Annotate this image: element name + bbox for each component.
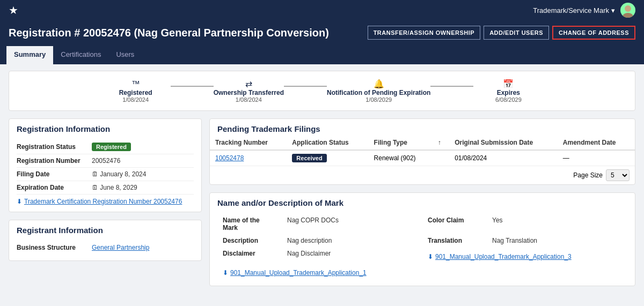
registered-label: Registered [119,89,152,96]
registrant-info-body: Business Structure General Partnership [9,237,201,260]
trademark-label-text: Trademark/Service Mark [533,6,609,14]
page-size-label: Page Size [573,171,603,179]
expires-date: 6/08/2029 [495,96,522,103]
page-size-select[interactable]: 5 10 25 [606,169,630,181]
status-badge: Registered [92,143,131,151]
download-row: ⬇ 901_Manual_Upload_Trademark_Applicatio… [217,263,627,279]
pending-filings-panel: Pending Trademark Filings Tracking Numbe… [209,118,635,185]
top-nav: ★ Trademark/Service Mark ▾ [0,0,644,20]
translation-value: Nag Translation [487,234,627,247]
add-edit-users-button[interactable]: ADD/EDIT USERS [484,26,549,40]
mark-name-row: Name of the Mark Nag COPR DOCs Color Cla… [217,214,627,234]
timeline-step-ownership: ⇄ Ownership Transferred 1/08/2024 [214,79,284,103]
download-icon-1: ⬇ [428,253,433,260]
mark-name-value: Nag COPR DOCs [282,214,422,234]
cell-arrow [433,150,450,166]
received-badge: Received [292,154,326,162]
business-structure-row: Business Structure General Partnership [17,241,194,254]
business-structure-value[interactable]: General Partnership [92,244,149,251]
expiration-date-label: Expiration Date [17,184,92,191]
disclaimer-row: Disclaimer Nag Disclaimer ⬇ 901_Manual_U… [217,247,627,263]
trademark-service-mark-label[interactable]: Trademark/Service Mark ▾ [533,6,615,14]
star-icon: ★ [9,4,18,17]
pending-filings-table-wrapper: Tracking Number Application Status Filin… [210,136,635,184]
page-title: Registration # 20052476 (Nag General Par… [9,27,329,39]
timeline-step-notification: 🔔 Notification of Pending Expiration 1/0… [327,79,430,103]
tab-summary[interactable]: Summary [6,46,53,64]
status-timeline: ™ Registered 1/08/2024 ⇄ Ownership Trans… [9,71,635,111]
color-claim-value: Yes [487,214,627,234]
cell-amendment-date: — [558,150,635,166]
timeline-line-3 [430,86,473,87]
top-nav-right: Trademark/Service Mark ▾ [533,3,635,18]
tab-bar: Summary Certifications Users [0,46,644,64]
svg-point-0 [625,5,631,12]
reg-number-label: Registration Number [17,157,92,165]
expiration-date-value: 🗓 June 8, 2029 [92,184,137,191]
registrant-info-panel: Registrant Information Business Structur… [9,220,202,261]
page-size-row: Page Size 5 10 25 [210,166,635,184]
filing-date-row: Filing Date 🗓 January 8, 2024 [17,168,194,181]
col-filing-type: Filing Type [369,136,433,150]
registrant-info-title: Registrant Information [9,220,201,237]
top-nav-left: ★ [9,4,18,17]
status-label: Registration Status [17,143,92,151]
col-sort[interactable]: ↑ [433,136,450,150]
timeline-step-expires: 📅 Expires 6/08/2029 [473,79,543,103]
registered-date: 1/08/2024 [122,96,149,103]
main-content: ™ Registered 1/08/2024 ⇄ Ownership Trans… [0,64,644,300]
col-status: Application Status [287,136,368,150]
mark-description-table: Name of the Mark Nag COPR DOCs Color Cla… [217,214,627,279]
mark-name-label: Name of the Mark [217,214,282,234]
header-bar: Registration # 20052476 (Nag General Par… [0,20,644,46]
notification-label: Notification of Pending Expiration [327,89,430,96]
timeline-line-1 [171,86,214,87]
description-value: Nag description [282,234,422,247]
registration-info-body: Registration Status Registered Registrat… [9,136,201,212]
right-column: Pending Trademark Filings Tracking Numbe… [209,118,635,294]
download-link-2-text[interactable]: 901_Manual_Upload_Trademark_Application_… [230,269,367,277]
left-column: Registration Information Registration St… [9,118,202,294]
transfer-assign-button[interactable]: TRANSFER/ASSIGN OWNERSHIP [368,26,481,40]
download-link-2[interactable]: ⬇ 901_Manual_Upload_Trademark_Applicatio… [223,269,417,277]
change-of-address-button[interactable]: CHANGE OF ADDRESS [552,26,635,40]
pending-filings-table: Tracking Number Application Status Filin… [210,136,635,166]
description-row: Description Nag description Translation … [217,234,627,247]
user-avatar[interactable] [620,3,635,18]
two-col-layout: Registration Information Registration St… [9,118,635,294]
calendar-icon-filing: 🗓 [92,170,100,178]
download-icon: ⬇ [17,198,22,205]
cert-link-text[interactable]: Trademark Certification Registration Num… [24,198,182,205]
download-link-1-text[interactable]: 901_Manual_Upload_Trademark_Application_… [435,253,572,260]
ownership-date: 1/08/2024 [236,96,262,103]
description-label: Description [217,234,282,247]
download-link-1-cell: ⬇ 901_Manual_Upload_Trademark_Applicatio… [422,247,627,263]
filing-date-label: Filing Date [17,170,92,178]
cell-filing-type: Renewal (902) [369,150,433,166]
tab-certifications[interactable]: Certifications [53,46,108,64]
mark-description-body: Name of the Mark Nag COPR DOCs Color Cla… [210,210,635,286]
col-tracking: Tracking Number [210,136,287,150]
expires-icon: 📅 [503,79,514,89]
tab-users[interactable]: Users [108,46,142,64]
tracking-link[interactable]: 10052478 [215,154,244,162]
cell-tracking: 10052478 [210,150,287,166]
table-header-row: Tracking Number Application Status Filin… [210,136,635,150]
translation-label: Translation [422,234,487,247]
filing-date-value: 🗓 January 8, 2024 [92,170,146,178]
timeline-line-2 [284,86,327,87]
business-structure-label: Business Structure [17,244,92,251]
status-row: Registration Status Registered [17,140,194,154]
mark-description-title: Name and/or Description of Mark [210,193,635,210]
header-actions: TRANSFER/ASSIGN OWNERSHIP ADD/EDIT USERS… [368,26,635,40]
svg-point-1 [623,13,633,18]
download-icon-2: ⬇ [223,269,228,277]
disclaimer-value: Nag Disclaimer [282,247,422,263]
color-claim-label: Color Claim [422,214,487,234]
download-link-1[interactable]: ⬇ 901_Manual_Upload_Trademark_Applicatio… [428,253,622,260]
cert-download-link[interactable]: ⬇ Trademark Certification Registration N… [17,198,194,205]
expiration-date-row: Expiration Date 🗓 June 8, 2029 [17,181,194,195]
registration-info-title: Registration Information [9,119,201,136]
dropdown-icon: ▾ [611,6,615,14]
notification-icon: 🔔 [374,79,384,89]
